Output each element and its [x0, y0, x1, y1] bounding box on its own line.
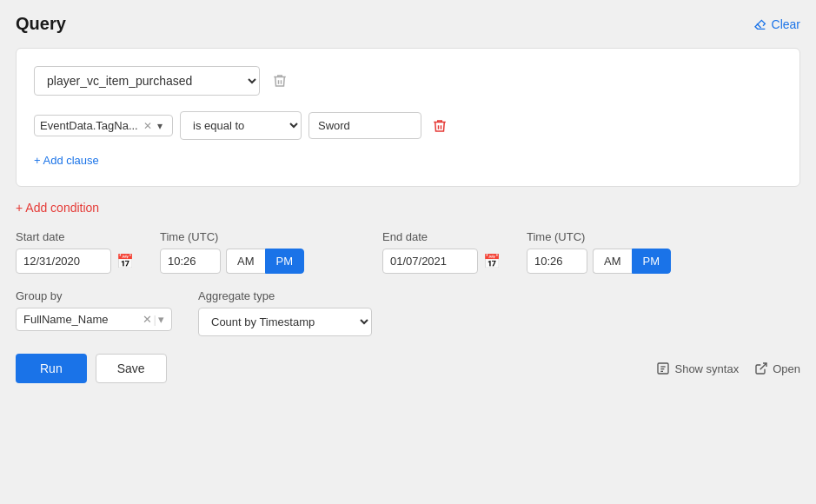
date-section: Start date 📅 Time (UTC) AM PM End date: [16, 230, 800, 274]
show-syntax-label: Show syntax: [674, 362, 739, 375]
group-by-field[interactable]: FullName_Name ✕ | ▾: [16, 308, 172, 331]
group-by-close-icon[interactable]: ✕: [143, 313, 152, 326]
add-condition-button[interactable]: + Add condition: [16, 201, 800, 215]
tag-text: EventData.TagNa...: [40, 119, 138, 132]
start-time-input-row: AM PM: [160, 249, 304, 274]
syntax-icon: [656, 361, 670, 375]
end-pm-button[interactable]: PM: [632, 249, 672, 274]
group-by-controls: ✕ | ▾: [143, 313, 164, 326]
tag-dropdown-icon[interactable]: ▾: [157, 120, 163, 132]
start-ampm-group: AM PM: [226, 249, 304, 274]
start-am-button[interactable]: AM: [226, 249, 265, 274]
open-icon: [754, 361, 768, 375]
clause-row: EventData.TagNa... ✕ ▾ is equal to is no…: [34, 111, 782, 140]
page-title: Query: [16, 14, 66, 34]
end-time-input-row: AM PM: [527, 249, 671, 274]
group-by-dropdown-icon[interactable]: ▾: [158, 313, 164, 326]
start-calendar-icon[interactable]: 📅: [116, 253, 134, 269]
start-date-group: Start date 📅: [16, 230, 134, 274]
start-time-group: Time (UTC) AM PM: [160, 230, 304, 274]
end-date-group: End date 📅: [382, 230, 501, 274]
group-by-section: Group by FullName_Name ✕ | ▾: [16, 289, 172, 331]
open-button[interactable]: Open: [754, 361, 800, 375]
tag-field[interactable]: EventData.TagNa... ✕ ▾: [34, 115, 173, 136]
show-syntax-button[interactable]: Show syntax: [656, 361, 739, 375]
end-date-label: End date: [382, 230, 501, 243]
trash-icon-red: [432, 118, 448, 134]
event-row: player_vc_item_purchased: [34, 66, 782, 96]
event-select[interactable]: player_vc_item_purchased: [34, 66, 260, 96]
open-label: Open: [773, 362, 800, 375]
end-ampm-group: AM PM: [593, 249, 671, 274]
start-time-input[interactable]: [160, 249, 221, 274]
start-pm-button[interactable]: PM: [265, 249, 305, 274]
clear-label: Clear: [772, 17, 800, 31]
bottom-section: Group by FullName_Name ✕ | ▾ Aggregate t…: [16, 289, 800, 336]
add-condition-label: + Add condition: [16, 201, 99, 215]
add-clause-button[interactable]: + Add clause: [34, 152, 99, 169]
aggregate-select[interactable]: Count by Timestamp Count by User Sum Ave…: [198, 308, 372, 336]
delete-clause-button[interactable]: [428, 115, 451, 137]
clear-button[interactable]: Clear: [753, 17, 800, 31]
svg-line-4: [760, 363, 766, 369]
eraser-icon: [753, 17, 767, 31]
footer-left: Run Save: [16, 354, 167, 383]
delete-event-button[interactable]: [269, 70, 291, 92]
end-date-input[interactable]: [382, 249, 478, 274]
footer-right: Show syntax Open: [656, 361, 800, 375]
end-time-input[interactable]: [527, 249, 587, 274]
start-date-label: Start date: [16, 230, 134, 243]
end-date-input-row: 📅: [382, 249, 501, 274]
condition-select[interactable]: is equal to is not equal to contains doe…: [180, 111, 302, 140]
end-calendar-icon[interactable]: 📅: [483, 253, 501, 269]
end-time-group: Time (UTC) AM PM: [527, 230, 671, 274]
query-card: player_vc_item_purchased EventData.TagNa…: [16, 48, 800, 187]
tag-close-icon[interactable]: ✕: [143, 120, 152, 132]
divider: |: [154, 313, 156, 326]
clause-value-input[interactable]: [308, 112, 421, 139]
start-date-input-row: 📅: [16, 249, 134, 274]
run-button[interactable]: Run: [16, 354, 87, 383]
aggregate-label: Aggregate type: [198, 289, 372, 302]
trash-icon: [272, 73, 288, 89]
start-date-input[interactable]: [16, 249, 111, 274]
save-button[interactable]: Save: [96, 354, 167, 383]
group-by-value: FullName_Name: [23, 313, 137, 326]
footer-row: Run Save Show syntax Open: [16, 354, 800, 383]
add-clause-label: + Add clause: [34, 154, 99, 167]
end-time-label: Time (UTC): [527, 230, 671, 243]
end-am-button[interactable]: AM: [593, 249, 632, 274]
group-by-label: Group by: [16, 289, 172, 302]
start-time-label: Time (UTC): [160, 230, 304, 243]
aggregate-section: Aggregate type Count by Timestamp Count …: [198, 289, 372, 336]
